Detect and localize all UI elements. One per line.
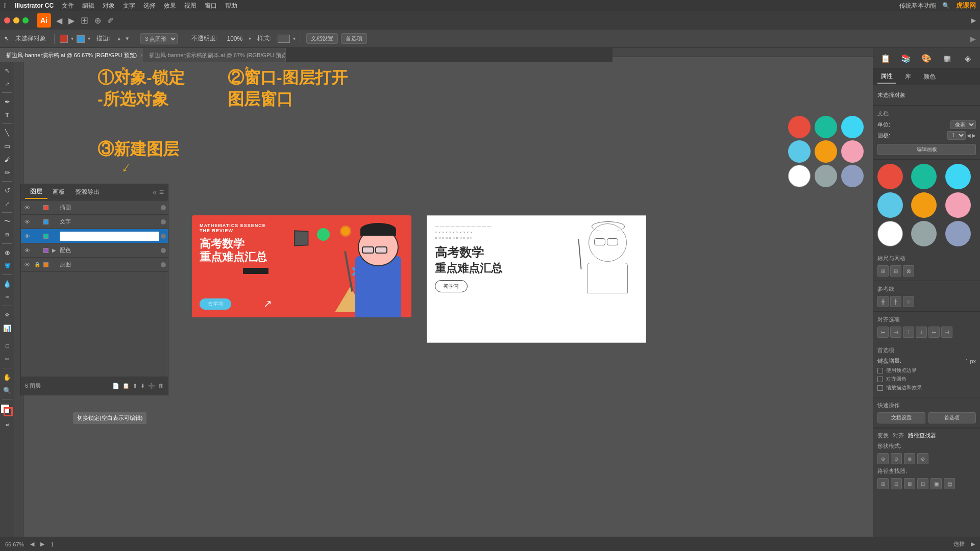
fullscreen-button[interactable] bbox=[22, 17, 29, 23]
doc-settings-button[interactable]: 文档设置 bbox=[306, 33, 338, 44]
stroke-color-swatch[interactable] bbox=[77, 35, 85, 43]
slice-tool[interactable]: ✄ bbox=[1, 353, 13, 365]
stroke-down-icon[interactable]: ▼ bbox=[125, 36, 130, 41]
view-menu[interactable]: 视图 bbox=[184, 2, 197, 10]
rotate-tool[interactable]: ↺ bbox=[1, 184, 13, 196]
snap-icon-4[interactable]: ⊥ bbox=[916, 327, 927, 338]
apple-icon[interactable]:  bbox=[4, 2, 7, 10]
live-paint-tool[interactable]: 🪣 bbox=[1, 260, 13, 272]
tab-2[interactable]: 插边风-banner演示稿的副本.ai @ 67% (RGB/GPU 预览) ✕ bbox=[143, 48, 286, 62]
exclude-icon[interactable]: ⊘ bbox=[917, 453, 928, 464]
properties-icon[interactable]: 📋 bbox=[878, 51, 893, 65]
pathfinder-tab[interactable]: 路径查找器 bbox=[908, 432, 936, 439]
paintbrush-tool[interactable]: 🖌 bbox=[1, 153, 13, 165]
rp-artboard-select[interactable]: 1 bbox=[947, 131, 966, 140]
scale-tool[interactable]: ⤢ bbox=[1, 197, 13, 210]
minus-front-icon[interactable]: ⊖ bbox=[891, 453, 902, 464]
rp-unit-select[interactable]: 像素 点 毫米 bbox=[950, 120, 976, 129]
eyedropper-tool[interactable]: 💧 bbox=[1, 278, 13, 290]
free-transform-tool[interactable]: ⊞ bbox=[1, 229, 13, 241]
hand-tool[interactable]: ✋ bbox=[1, 371, 13, 383]
text-menu[interactable]: 文字 bbox=[123, 2, 135, 10]
color-icon[interactable]: 🎨 bbox=[919, 51, 934, 65]
layer-row-illustration[interactable]: 👁 插画 bbox=[21, 201, 168, 215]
export-tab[interactable]: 资源导出 bbox=[70, 186, 105, 198]
layer-eye-editing[interactable]: 👁 bbox=[23, 233, 31, 239]
search-icon[interactable]: 🔍 bbox=[942, 2, 950, 9]
pen-icon[interactable]: ✐ bbox=[106, 15, 115, 27]
layer-eye-text[interactable]: 👁 bbox=[23, 219, 31, 225]
move-layer-down-button[interactable]: ⬇ bbox=[140, 383, 145, 389]
swatch-white[interactable] bbox=[877, 221, 903, 246]
style-swatch[interactable] bbox=[278, 35, 290, 43]
snap-icon-6[interactable]: ⊣ bbox=[941, 327, 952, 338]
status-arrow-right[interactable]: ▶ bbox=[40, 541, 44, 547]
toolbar-more-icon[interactable]: ▶ bbox=[970, 35, 976, 43]
create-sublayer-button[interactable]: ➕ bbox=[148, 383, 155, 389]
library-tab[interactable]: 库 bbox=[902, 70, 914, 83]
stroke-arrow[interactable]: ▾ bbox=[88, 36, 90, 41]
pencil-tool[interactable]: ✏ bbox=[1, 166, 13, 179]
warp-tool[interactable]: 〜 bbox=[1, 215, 13, 228]
panel-collapse-icon[interactable]: « bbox=[153, 188, 157, 197]
color-tab[interactable]: 颜色 bbox=[920, 70, 939, 83]
file-menu[interactable]: 文件 bbox=[62, 2, 74, 10]
swatch-lavender[interactable] bbox=[945, 221, 971, 246]
snap-icon[interactable]: ⊠ bbox=[903, 265, 914, 277]
layer-lock-original[interactable]: 🔒 bbox=[33, 262, 41, 267]
add-icon[interactable]: ⊕ bbox=[93, 15, 102, 27]
swatch-pink[interactable] bbox=[945, 192, 971, 218]
unite-icon[interactable]: ⊕ bbox=[877, 453, 889, 464]
color-swatch-cyan[interactable] bbox=[841, 116, 864, 138]
delete-layer-button[interactable]: 🗑 bbox=[158, 383, 164, 389]
minus-back-icon[interactable]: ▤ bbox=[944, 478, 955, 489]
guides-icon-1[interactable]: ╋ bbox=[877, 296, 889, 307]
snap-icon-3[interactable]: ⊤ bbox=[903, 327, 914, 338]
properties-tab[interactable]: 属性 bbox=[877, 70, 896, 84]
line-tool[interactable]: ╲ bbox=[1, 127, 13, 139]
layer-row-editing[interactable]: 👁 bbox=[21, 229, 168, 243]
divide-icon[interactable]: ⊞ bbox=[877, 478, 889, 489]
panel-menu-icon[interactable]: ≡ bbox=[159, 188, 164, 197]
color-swatch-pink[interactable] bbox=[841, 140, 864, 163]
snap-icon-5[interactable]: ⊢ bbox=[928, 327, 940, 338]
direct-selection-tool[interactable]: ↗ bbox=[1, 78, 13, 90]
grid-icon[interactable]: ⊟ bbox=[890, 265, 901, 277]
align-tab[interactable]: 对齐 bbox=[893, 432, 904, 439]
layer-row-text[interactable]: 👁 文字 bbox=[21, 215, 168, 229]
select-menu[interactable]: 选择 bbox=[143, 2, 156, 10]
arrange-icon[interactable]: ⊞ bbox=[80, 14, 89, 27]
swap-fill-stroke[interactable]: ⇄ bbox=[1, 418, 13, 431]
swatch-orange[interactable] bbox=[911, 192, 937, 218]
swatch-teal[interactable] bbox=[911, 164, 937, 189]
color-swatch-lavender[interactable] bbox=[841, 165, 864, 187]
swatch-sky[interactable] bbox=[945, 164, 971, 189]
stroke-up-icon[interactable]: ▲ bbox=[116, 36, 121, 41]
app-menu-item[interactable]: Illustrator CC bbox=[15, 2, 54, 9]
layer-row-original[interactable]: 👁 🔒 原图 bbox=[21, 258, 168, 272]
nav-forward-icon[interactable]: ▶ bbox=[67, 15, 76, 27]
library-icon[interactable]: 📚 bbox=[899, 51, 913, 65]
fill-stroke-widget[interactable] bbox=[1, 404, 14, 417]
ruler-icon[interactable]: ⊞ bbox=[877, 265, 889, 277]
nav-back-icon[interactable]: ◀ bbox=[55, 15, 63, 27]
snap-icon-2[interactable]: ⊣ bbox=[890, 327, 901, 338]
selection-tool[interactable]: ↖ bbox=[1, 64, 13, 77]
column-graph-tool[interactable]: 📊 bbox=[1, 322, 13, 334]
object-menu[interactable]: 对象 bbox=[103, 2, 115, 10]
layers-tab[interactable]: 图层 bbox=[25, 185, 47, 199]
preview-bounds-checkbox[interactable] bbox=[877, 368, 883, 373]
stroke-type-select[interactable]: 3 点圆形 基本 bbox=[140, 33, 178, 44]
blend-tool[interactable]: ∞ bbox=[1, 291, 13, 303]
swatch-blue[interactable] bbox=[877, 192, 903, 218]
banner-button[interactable]: 去学习 bbox=[200, 298, 231, 310]
swatch-gray[interactable] bbox=[911, 221, 937, 246]
fill-arrow[interactable]: ▾ bbox=[71, 36, 74, 41]
artboard-tool[interactable]: ▢ bbox=[1, 340, 13, 352]
gradient-icon[interactable]: ▦ bbox=[940, 51, 954, 65]
color-swatch-green[interactable] bbox=[815, 116, 837, 138]
merge-icon[interactable]: ⊠ bbox=[904, 478, 915, 489]
guides-icon-2[interactable]: ╂ bbox=[890, 296, 901, 307]
effects-menu[interactable]: 效果 bbox=[164, 2, 176, 10]
scale-effect-checkbox[interactable] bbox=[877, 385, 883, 391]
